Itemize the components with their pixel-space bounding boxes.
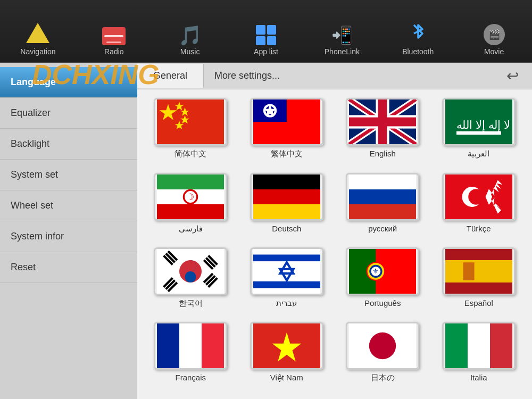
lang-name-hebrew: עברית	[276, 298, 297, 308]
svg-text:لا إله إلا الله: لا إله إلا الله	[456, 119, 510, 132]
bluetooth-svg-icon	[409, 21, 428, 42]
flag-israel	[250, 247, 323, 295]
sidebar: Language Equalizer Backlight System set …	[0, 63, 137, 399]
flag-portugal: ⚜	[346, 247, 419, 295]
lang-item-japanese[interactable]: 日本の	[338, 322, 428, 390]
flag-saudi: لا إله إلا الله	[442, 98, 516, 146]
lang-item-turkish[interactable]: Türkçe	[434, 173, 524, 241]
lang-item-deutsch[interactable]: Deutsch	[242, 173, 332, 241]
lang-name-italian: Italia	[470, 373, 487, 382]
nav-item-navigation[interactable]: Navigation	[0, 23, 76, 58]
lang-item-traditional-chinese[interactable]: 繁体中文	[242, 98, 332, 167]
svg-rect-76	[468, 323, 490, 368]
svg-point-74	[369, 332, 396, 359]
flag-vietnam	[250, 322, 323, 370]
lang-item-korean[interactable]: 한국어	[146, 247, 236, 316]
lang-item-italian[interactable]: Italia	[434, 322, 524, 390]
flag-russia	[346, 173, 419, 221]
tab-bar: General More settings... ↩	[137, 63, 532, 89]
language-grid: 简体中文 繁体中文	[137, 89, 532, 399]
sidebar-item-language[interactable]: Language	[0, 67, 137, 98]
svg-point-41	[185, 260, 196, 271]
nav-item-radio[interactable]: Radio	[76, 27, 152, 58]
svg-rect-29	[253, 189, 320, 204]
svg-rect-77	[490, 323, 512, 368]
sidebar-item-system-infor[interactable]: System infor	[0, 221, 137, 252]
nav-item-phonelink[interactable]: 📲 PhoneLink	[304, 25, 380, 58]
lang-item-french[interactable]: Français	[146, 322, 236, 390]
content-area: General More settings... ↩	[137, 63, 532, 399]
sidebar-item-backlight[interactable]: Backlight	[0, 129, 137, 160]
lang-name-farsi: فارسی	[179, 224, 203, 234]
nav-label-navigation: Navigation	[20, 47, 55, 56]
flag-iran: ☽	[154, 173, 227, 221]
svg-rect-33	[349, 204, 416, 219]
lang-item-hebrew[interactable]: עברית	[242, 247, 332, 316]
nav-item-movie[interactable]: 🎬 Movie	[456, 24, 532, 58]
nav-item-applist[interactable]: App list	[228, 25, 304, 58]
svg-rect-31	[349, 174, 416, 189]
nav-item-bluetooth[interactable]: ⬞ Bluetooth	[380, 21, 456, 58]
flag-germany	[250, 173, 323, 221]
nav-item-music[interactable]: 🎵 Music	[152, 26, 228, 58]
sidebar-item-system-set[interactable]: System set	[0, 160, 137, 190]
flag-spain	[442, 247, 516, 295]
nav-label-bluetooth: Bluetooth	[402, 47, 434, 56]
tab-general[interactable]: General	[137, 64, 204, 88]
nav-label-movie: Movie	[484, 47, 504, 56]
lang-name-korean: 한국어	[179, 298, 203, 309]
applist-icon	[256, 25, 276, 45]
svg-rect-19	[349, 118, 416, 127]
nav-label-applist: App list	[254, 47, 278, 56]
sidebar-item-reset[interactable]: Reset	[0, 252, 137, 283]
nav-label-radio: Radio	[104, 47, 124, 56]
flag-uk	[346, 98, 419, 146]
svg-text:☽: ☽	[186, 192, 194, 202]
navigation-icon	[26, 23, 49, 43]
lang-name-portuguese: Português	[364, 298, 401, 307]
phonelink-icon: 📲	[331, 25, 353, 45]
svg-rect-30	[253, 204, 320, 219]
svg-text:⚜: ⚜	[372, 268, 379, 275]
lang-name-arabic: العربية	[468, 149, 489, 159]
svg-rect-67	[463, 262, 474, 280]
svg-rect-0	[157, 99, 224, 144]
flag-taiwan	[250, 98, 323, 146]
top-navigation-bar: Navigation Radio 🎵 Music App list 📲 Phon…	[0, 0, 532, 63]
lang-name-english: English	[370, 149, 396, 158]
svg-point-42	[185, 271, 196, 282]
flag-china	[154, 98, 227, 146]
lang-name-spanish: Español	[464, 298, 493, 307]
lang-name-simplified-chinese: 简体中文	[174, 149, 206, 159]
lang-item-russian[interactable]: русский	[338, 173, 428, 241]
lang-item-spanish[interactable]: Español	[434, 247, 524, 316]
lang-item-farsi[interactable]: ☽ فارسی	[146, 173, 236, 241]
nav-label-phonelink: PhoneLink	[325, 47, 360, 56]
sidebar-item-wheel-set[interactable]: Wheel set	[0, 190, 137, 221]
flag-korea	[154, 247, 227, 295]
main-area: Language Equalizer Backlight System set …	[0, 63, 532, 399]
lang-item-vietnamese[interactable]: Việt Nam	[242, 322, 332, 390]
svg-rect-75	[445, 323, 468, 368]
svg-rect-68	[157, 323, 179, 368]
lang-item-english[interactable]: English	[338, 98, 428, 167]
flag-france	[154, 322, 227, 370]
lang-item-portuguese[interactable]: ⚜ Português	[338, 247, 428, 316]
lang-item-arabic[interactable]: لا إله إلا الله العربية	[434, 98, 524, 167]
flag-italy	[442, 322, 516, 370]
lang-name-french: Français	[175, 373, 206, 382]
sidebar-item-equalizer[interactable]: Equalizer	[0, 98, 137, 129]
svg-rect-66	[445, 260, 512, 282]
svg-rect-69	[179, 323, 202, 368]
svg-rect-25	[157, 204, 224, 219]
svg-point-36	[468, 189, 484, 204]
lang-name-japanese: 日本の	[371, 373, 395, 383]
lang-name-deutsch: Deutsch	[272, 224, 301, 233]
movie-icon: 🎬	[484, 24, 505, 45]
lang-item-simplified-chinese[interactable]: 简体中文	[146, 98, 236, 167]
tab-more-settings[interactable]: More settings...	[204, 64, 290, 88]
back-button[interactable]: ↩	[498, 67, 527, 85]
lang-name-traditional-chinese: 繁体中文	[271, 149, 303, 159]
nav-label-music: Music	[180, 47, 200, 56]
music-icon: 🎵	[178, 26, 202, 45]
